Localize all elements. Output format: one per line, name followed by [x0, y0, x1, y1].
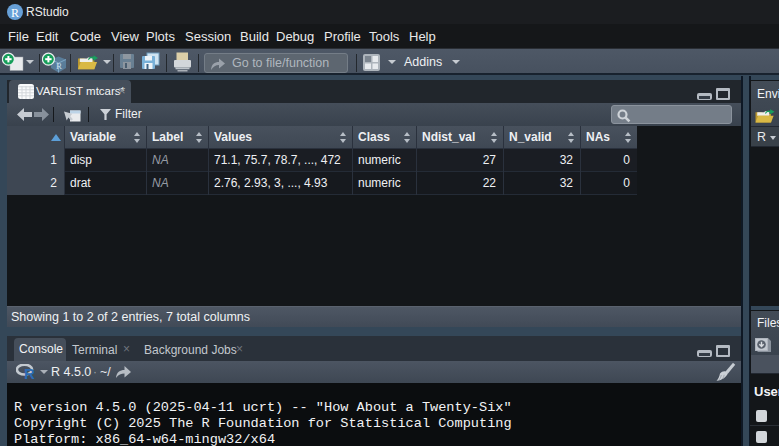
svg-text:R: R — [56, 61, 62, 71]
svg-text:R: R — [24, 365, 35, 380]
svg-text:R: R — [11, 6, 19, 20]
